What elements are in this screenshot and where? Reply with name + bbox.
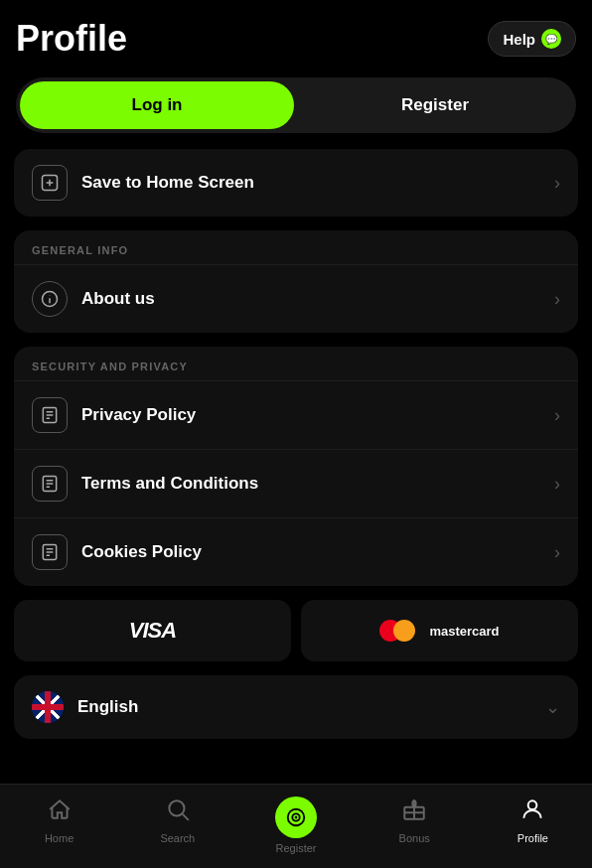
nav-item-profile[interactable]: Profile (474, 793, 592, 858)
nav-item-bonus[interactable]: Bonus (356, 793, 474, 858)
cookies-policy-chevron-icon: › (554, 542, 560, 563)
privacy-policy-chevron-icon: › (554, 405, 560, 426)
language-label: English (77, 697, 545, 717)
nav-item-home[interactable]: Home (0, 793, 118, 858)
cookies-policy-label: Cookies Policy (81, 542, 554, 562)
privacy-policy-label: Privacy Policy (81, 405, 554, 425)
svg-point-23 (528, 800, 537, 809)
login-button[interactable]: Log in (20, 81, 294, 129)
cookies-policy-item[interactable]: Cookies Policy › (14, 517, 578, 586)
svg-point-18 (169, 800, 184, 815)
language-item[interactable]: English ⌄ (14, 675, 578, 739)
search-icon (165, 796, 191, 828)
about-us-icon (32, 281, 68, 317)
nav-search-label: Search (160, 832, 195, 844)
security-privacy-section: SECURITY AND PRIVACY Privacy Policy › Te… (14, 347, 578, 586)
mastercard-label: mastercard (429, 624, 499, 639)
about-us-item[interactable]: About us › (14, 264, 578, 333)
privacy-policy-icon (32, 397, 68, 433)
mastercard-logo-icon (379, 620, 415, 642)
register-icon (275, 796, 317, 838)
language-chevron-icon: ⌄ (545, 696, 560, 718)
language-section: English ⌄ (14, 675, 578, 739)
mastercard-card: mastercard (301, 600, 578, 661)
nav-item-register[interactable]: Register (236, 793, 355, 858)
nav-home-label: Home (45, 832, 74, 844)
terms-conditions-icon (32, 466, 68, 502)
save-home-icon (32, 165, 68, 201)
svg-point-21 (295, 816, 298, 819)
payment-row: VISA mastercard (14, 600, 578, 661)
terms-conditions-item[interactable]: Terms and Conditions › (14, 449, 578, 517)
help-chat-icon: 💬 (541, 29, 561, 49)
help-button[interactable]: Help 💬 (488, 21, 576, 57)
security-privacy-label: SECURITY AND PRIVACY (14, 347, 578, 380)
visa-label: VISA (129, 618, 176, 644)
general-info-section: GENERAL INFO About us › (14, 230, 578, 333)
profile-icon (519, 796, 545, 828)
home-icon (47, 796, 73, 828)
header: Profile Help 💬 (0, 0, 592, 73)
terms-conditions-chevron-icon: › (554, 474, 560, 495)
about-us-chevron-icon: › (554, 289, 560, 310)
save-home-item[interactable]: Save to Home Screen › (14, 149, 578, 217)
svg-line-19 (183, 814, 189, 820)
page-title: Profile (16, 18, 127, 60)
save-home-chevron-icon: › (554, 173, 560, 194)
nav-bonus-label: Bonus (399, 832, 430, 844)
nav-item-search[interactable]: Search (118, 793, 236, 858)
save-home-label: Save to Home Screen (81, 173, 554, 193)
auth-row: Log in Register (16, 77, 576, 133)
cookies-policy-icon (32, 534, 68, 570)
general-info-label: GENERAL INFO (14, 230, 578, 264)
visa-card: VISA (14, 600, 291, 661)
help-label: Help (503, 31, 535, 48)
svg-point-5 (50, 295, 51, 296)
about-us-label: About us (81, 289, 554, 309)
nav-profile-label: Profile (518, 832, 548, 844)
register-button[interactable]: Register (298, 81, 572, 129)
uk-flag-icon (32, 691, 64, 723)
save-home-section: Save to Home Screen › (14, 149, 578, 217)
terms-conditions-label: Terms and Conditions (81, 474, 554, 494)
bottom-nav: Home Search Register (0, 784, 592, 868)
bonus-icon (401, 796, 427, 828)
privacy-policy-item[interactable]: Privacy Policy › (14, 380, 578, 449)
nav-register-label: Register (276, 842, 317, 854)
